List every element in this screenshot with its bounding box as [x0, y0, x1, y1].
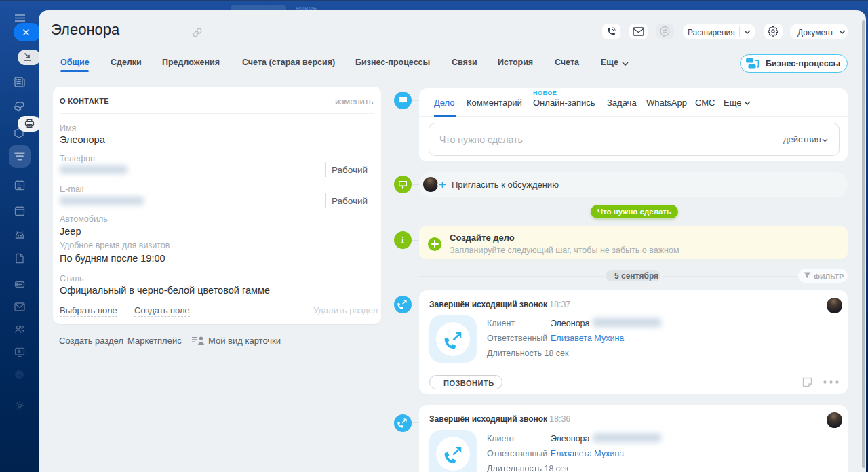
svg-text:H: H	[18, 372, 22, 378]
